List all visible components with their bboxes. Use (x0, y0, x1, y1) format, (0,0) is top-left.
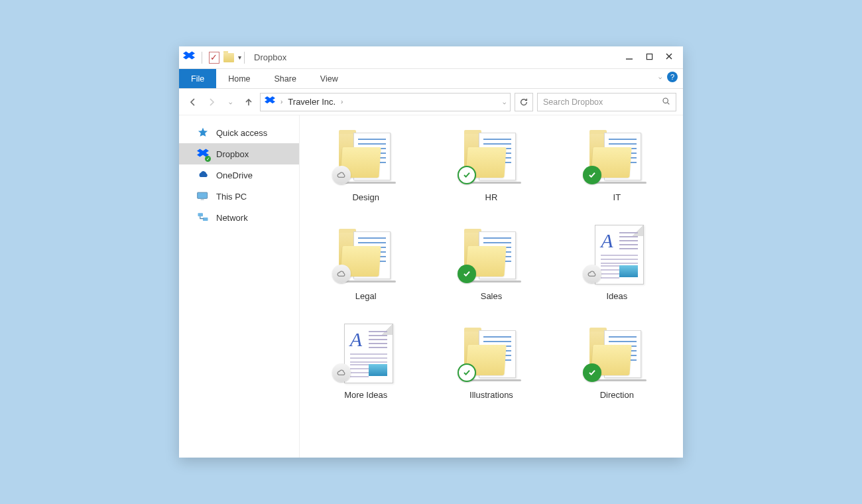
ribbon-collapse-icon[interactable]: ⌵ (658, 74, 662, 80)
file-item-label: Ideas (606, 291, 627, 301)
close-button[interactable] (663, 52, 675, 62)
nav-up-button[interactable] (241, 95, 256, 109)
titlebar: ✓ ▾ Dropbox (179, 46, 683, 69)
sidebar-item-label: This PC (216, 192, 247, 202)
file-item-label: Sales (481, 291, 503, 301)
svg-rect-7 (201, 199, 204, 200)
svg-line-5 (668, 102, 670, 104)
sidebar-item-quick-access[interactable]: Quick access (179, 122, 299, 143)
quick-access-toolbar: ✓ ▾ (183, 50, 241, 64)
maximize-button[interactable] (643, 52, 655, 62)
refresh-button[interactable] (515, 93, 533, 111)
breadcrumb-chevron-icon: › (341, 98, 343, 105)
onedrive-icon (196, 168, 210, 182)
file-item[interactable]: HR (432, 125, 550, 202)
tab-file[interactable]: File (179, 69, 216, 88)
file-item-label: IT (613, 192, 621, 202)
svg-rect-9 (203, 218, 208, 221)
sync-status-badge (458, 265, 476, 283)
search-box[interactable] (537, 93, 676, 111)
sidebar-item-onedrive[interactable]: OneDrive (179, 164, 299, 186)
address-dropbox-icon (265, 95, 275, 108)
star-icon (196, 126, 210, 139)
breadcrumb-chevron-icon: › (280, 98, 282, 105)
content-pane: Design HR IT Legal SalesA IdeasA More Id… (300, 115, 683, 458)
svg-rect-1 (646, 54, 652, 59)
file-item-label: More Ideas (344, 390, 387, 400)
properties-icon[interactable]: ✓ (209, 52, 219, 64)
breadcrumb-root[interactable]: Traveler Inc. (288, 97, 336, 107)
window-title: Dropbox (254, 52, 286, 62)
search-input[interactable] (543, 97, 662, 107)
dropbox-icon (183, 50, 195, 64)
ribbon: File Home Share View ⌵ ? (179, 69, 683, 89)
navbar: ⌵ › Traveler Inc. › ⌵ (179, 89, 683, 115)
svg-rect-8 (198, 213, 204, 216)
file-item-label: Legal (355, 291, 377, 301)
sidebar-item-label: Quick access (216, 128, 267, 138)
qat-dropdown-icon[interactable]: ▾ (238, 54, 241, 61)
explorer-window: ✓ ▾ Dropbox File Home Share View ⌵ (179, 46, 683, 458)
file-item[interactable]: Legal (306, 223, 425, 301)
sync-status-badge (458, 166, 476, 184)
file-item-label: Design (352, 192, 379, 202)
document-icon: A (344, 324, 393, 383)
svg-rect-6 (198, 192, 208, 198)
file-item[interactable]: Illustrations (432, 322, 550, 400)
search-icon[interactable] (662, 97, 670, 107)
file-item[interactable]: A Ideas (558, 223, 676, 301)
sidebar-item-label: Dropbox (216, 149, 249, 159)
network-icon (196, 211, 210, 224)
address-bar[interactable]: › Traveler Inc. › ⌵ (260, 93, 511, 111)
sidebar-item-this-pc[interactable]: This PC (179, 186, 299, 207)
sidebar: Quick access ✓ Dropbox OneDrive This (179, 115, 300, 458)
help-button[interactable]: ? (667, 72, 678, 82)
tab-view[interactable]: View (308, 69, 350, 88)
sidebar-item-label: Network (216, 213, 248, 223)
sidebar-item-dropbox[interactable]: ✓ Dropbox (179, 143, 299, 164)
pc-icon (196, 190, 210, 203)
sidebar-item-network[interactable]: Network (179, 207, 299, 228)
tab-home[interactable]: Home (216, 69, 262, 88)
sync-status-badge (332, 363, 351, 382)
nav-forward-button[interactable] (204, 95, 219, 109)
document-icon: A (595, 225, 644, 284)
file-item[interactable]: Direction (558, 322, 676, 400)
nav-history-dropdown[interactable]: ⌵ (223, 95, 237, 109)
sync-status-badge (332, 166, 351, 184)
sync-status-badge (332, 265, 351, 283)
file-item[interactable]: Sales (432, 223, 550, 301)
minimize-button[interactable] (623, 52, 635, 62)
folder-icon[interactable] (223, 53, 234, 62)
file-item[interactable]: Design (306, 125, 425, 202)
file-item-label: HR (485, 192, 498, 202)
sidebar-item-label: OneDrive (216, 170, 253, 180)
file-item[interactable]: IT (558, 125, 676, 202)
nav-back-button[interactable] (186, 95, 200, 109)
address-dropdown-icon[interactable]: ⌵ (503, 99, 506, 105)
file-item-label: Direction (600, 390, 634, 400)
sync-status-badge (458, 363, 476, 382)
dropbox-icon: ✓ (196, 147, 210, 160)
file-item[interactable]: A More Ideas (306, 322, 425, 400)
tab-share[interactable]: Share (263, 69, 308, 88)
svg-point-4 (663, 98, 668, 103)
file-item-label: Illustrations (469, 390, 513, 400)
